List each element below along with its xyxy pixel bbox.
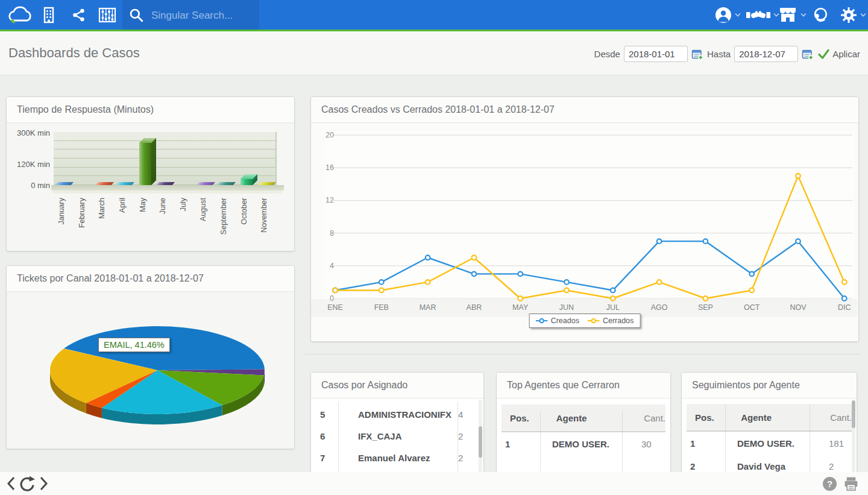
data-point[interactable] xyxy=(749,272,754,277)
line-chart: 048121620ENEFEBMARABRMAYJUNJULAGOSEPOCTN… xyxy=(311,123,858,342)
panel-casos-asignado: Casos por Asignado 5ADMINISTRACIONIFX46I… xyxy=(310,372,484,476)
table-row[interactable]: 1DEMO USER.30 xyxy=(497,432,670,455)
search-button[interactable] xyxy=(128,0,144,30)
help-button[interactable]: ? xyxy=(823,477,837,491)
data-point[interactable] xyxy=(564,280,569,285)
data-point[interactable] xyxy=(657,280,662,285)
nav-forward-button[interactable] xyxy=(38,476,50,494)
column-separator xyxy=(725,405,726,472)
settings-gear-icon xyxy=(840,7,857,24)
table-cell: ADMINISTRACIONIFX xyxy=(347,409,452,420)
panel-tiempo-respuesta: Tiempo de Respuesta (Minutos) 300K min12… xyxy=(6,96,295,251)
chevron-down-icon xyxy=(800,13,807,17)
data-point[interactable] xyxy=(518,296,523,301)
y-tick-label: 8 xyxy=(330,229,334,238)
y-axis-label: 120K min xyxy=(8,160,50,169)
column-header: Cant. xyxy=(823,412,852,423)
x-axis-label: February xyxy=(78,198,86,228)
x-axis-label: October xyxy=(240,198,248,224)
apply-button[interactable]: Aplicar xyxy=(817,48,860,60)
calendar-add-icon xyxy=(691,48,703,60)
pie-tooltip: EMAIL, 41.46% xyxy=(98,338,170,352)
data-point[interactable] xyxy=(472,272,477,277)
date-filters: Desde Hasta xyxy=(594,46,860,62)
settings-menu-button[interactable] xyxy=(840,0,866,30)
bar-plot-area xyxy=(54,132,277,185)
refresh-button[interactable] xyxy=(18,475,35,494)
print-button[interactable] xyxy=(843,476,859,493)
abacus-icon xyxy=(98,7,116,23)
global-search-input[interactable] xyxy=(150,5,256,26)
partners-menu-button[interactable] xyxy=(746,0,779,30)
data-point[interactable] xyxy=(379,288,384,293)
legend-marker-icon xyxy=(588,318,600,324)
reports-button[interactable] xyxy=(98,0,116,30)
table-cell: 30 xyxy=(634,439,670,449)
data-point[interactable] xyxy=(611,288,615,293)
data-point[interactable] xyxy=(472,255,477,260)
hasta-calendar-button[interactable] xyxy=(802,48,814,60)
support-button[interactable] xyxy=(813,0,829,30)
bar-side-may xyxy=(151,138,156,185)
organization-button[interactable] xyxy=(41,0,57,30)
data-point[interactable] xyxy=(379,280,384,285)
support-headset-icon xyxy=(813,7,829,23)
column-separator xyxy=(810,405,810,472)
y-axis-label: 300K min xyxy=(8,128,50,137)
data-point[interactable] xyxy=(796,239,800,244)
cloud-logo-icon xyxy=(6,5,31,25)
data-point[interactable] xyxy=(333,288,338,293)
data-point[interactable] xyxy=(564,288,569,293)
bar-plot-base xyxy=(51,185,284,191)
section-divider xyxy=(304,354,859,355)
desde-calendar-button[interactable] xyxy=(691,48,703,60)
x-tick-label: MAY xyxy=(512,303,529,312)
marketplace-menu-button[interactable] xyxy=(778,0,807,30)
hasta-date-input[interactable] xyxy=(734,46,798,62)
panel-title: Tiempo de Respuesta (Minutos) xyxy=(7,97,294,123)
x-axis-label: August xyxy=(199,198,207,221)
legend-item-creados[interactable]: Creados xyxy=(536,317,579,325)
home-logo-button[interactable] xyxy=(6,0,31,30)
data-point[interactable] xyxy=(842,296,847,301)
table-header-row: Pos.AgenteCant. xyxy=(502,405,665,432)
data-point[interactable] xyxy=(749,288,754,293)
data-point[interactable] xyxy=(842,280,847,285)
y-tick-label: 12 xyxy=(326,196,334,204)
scrollbar-thumb[interactable] xyxy=(852,400,855,428)
x-axis-label: September xyxy=(219,198,228,235)
table-row[interactable]: 1DEMO USER.181 xyxy=(682,432,857,455)
table-cell: Emanuel Alvarez xyxy=(347,453,452,463)
x-tick-label: JUN xyxy=(559,303,574,312)
x-tick-label: DIC xyxy=(838,303,851,312)
nav-back-button[interactable] xyxy=(5,476,17,494)
pie-chart-3d: EMAIL, 41.46% xyxy=(7,292,294,449)
data-point[interactable] xyxy=(703,239,708,244)
x-tick-label: NOV xyxy=(790,303,807,312)
y-tick-label: 20 xyxy=(326,131,334,139)
data-point[interactable] xyxy=(611,296,615,301)
scrollbar-thumb[interactable] xyxy=(479,426,482,458)
desde-date-input[interactable] xyxy=(624,46,688,62)
data-point[interactable] xyxy=(518,272,523,277)
share-button[interactable] xyxy=(72,0,86,30)
chart-legend: CreadosCerrados xyxy=(529,314,641,328)
calendar-add-icon xyxy=(802,48,814,60)
chevron-down-icon xyxy=(735,13,741,17)
data-point[interactable] xyxy=(703,296,708,301)
data-point[interactable] xyxy=(426,255,430,260)
data-point[interactable] xyxy=(426,280,430,285)
legend-marker-icon xyxy=(536,318,548,324)
building-icon xyxy=(41,7,57,24)
panel-title: Casos Creados vs Cerrados 2018-01-01 a 2… xyxy=(311,97,858,123)
legend-item-cerrados[interactable]: Cerrados xyxy=(588,317,634,325)
data-point[interactable] xyxy=(796,174,800,178)
panel-tickets-canal: Tickets por Canal 2018-01-01 a 2018-12-0… xyxy=(6,265,295,449)
table-cell: IFX_CAJA xyxy=(347,431,452,441)
partners-handshake-icon xyxy=(746,7,770,23)
back-chevron-icon xyxy=(5,476,17,491)
data-point[interactable] xyxy=(657,239,662,244)
account-menu-button[interactable] xyxy=(715,0,741,30)
x-axis-label: April xyxy=(118,198,127,213)
table-header-row: Pos.AgenteCant. xyxy=(687,404,852,432)
